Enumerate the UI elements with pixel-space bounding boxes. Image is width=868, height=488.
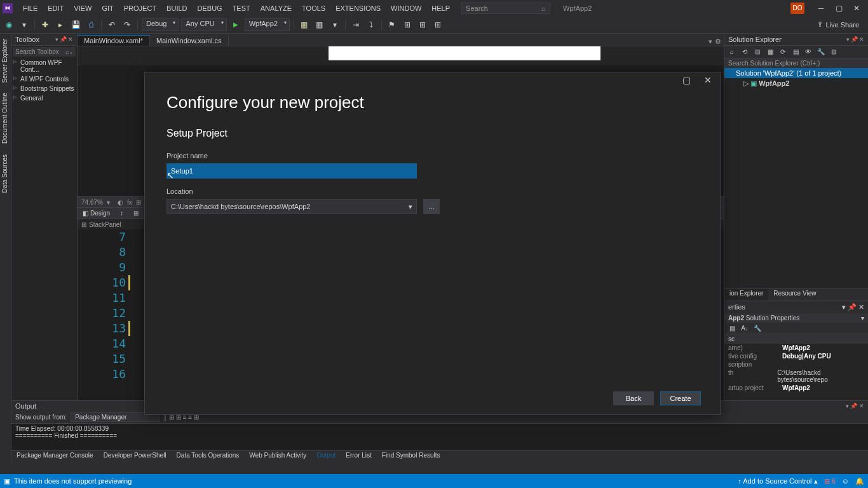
tab-dev-powershell[interactable]: Developer PowerShell <box>98 451 172 463</box>
menu-file[interactable]: FILE <box>18 4 43 12</box>
zoom-level[interactable]: 74.67% <box>81 199 103 206</box>
solution-explorer-tab[interactable]: ion Explorer <box>724 288 768 301</box>
properties-page-icon[interactable]: 🔧 <box>752 323 763 334</box>
collapse-icon[interactable]: ⊟ <box>752 47 763 57</box>
tab-pkg-console[interactable]: Package Manager Console <box>11 451 98 463</box>
project-name-input[interactable] <box>166 163 417 179</box>
designer-btn-3[interactable]: ⊞ <box>136 199 141 206</box>
tab-mainwindow-cs[interactable]: MainWindow.xaml.cs <box>150 36 229 46</box>
pin-icon[interactable]: 📌 <box>850 403 857 409</box>
redo-icon[interactable]: ↷ <box>121 18 133 31</box>
toolbar-icon-3[interactable]: ▾ <box>329 18 341 31</box>
window-maximize-button[interactable]: ▢ <box>830 3 848 14</box>
prop-row-startup[interactable]: artup projectWpfApp2 <box>724 384 868 392</box>
prop-row-path[interactable]: thC:\Users\hackd bytes\source\repo <box>724 369 868 384</box>
toolbar-icon-6[interactable]: ⊞ <box>431 18 444 31</box>
close-icon[interactable]: ✕ <box>859 36 864 43</box>
bell-icon[interactable]: 🔔 <box>855 477 864 485</box>
save-all-icon[interactable]: ⎙ <box>85 18 97 31</box>
properties-subject[interactable]: App2 Solution Properties ▾ <box>724 313 868 323</box>
add-source-control-button[interactable]: ↑ Add to Source Control ▴ <box>738 477 817 485</box>
nav-back-icon[interactable]: ◉ <box>3 18 15 31</box>
menu-project[interactable]: PROJECT <box>119 4 161 12</box>
solution-project-node[interactable]: ▷ ▣ WpfApp2 <box>724 78 868 89</box>
close-icon[interactable]: ✕ <box>858 303 864 311</box>
home-icon[interactable]: ⌂ <box>727 47 737 57</box>
location-dropdown[interactable]: C:\Users\hackd bytes\source\repos\WpfApp… <box>166 199 417 214</box>
toolbar-icon-4[interactable]: ⊞ <box>401 18 414 31</box>
close-icon[interactable]: ✕ <box>68 36 73 43</box>
nav-forward-icon[interactable]: ▾ <box>18 18 31 31</box>
menu-help[interactable]: HELP <box>426 4 455 12</box>
pin-icon[interactable]: 📌 <box>60 36 67 43</box>
xaml-tab-btn[interactable]: ⊞ <box>128 210 144 217</box>
user-avatar[interactable]: DO <box>790 3 804 14</box>
create-button[interactable]: Create <box>660 391 701 405</box>
refresh-icon[interactable]: ⟳ <box>778 47 788 57</box>
toolbox-item-common-wpf[interactable]: Common WPF Cont... <box>11 58 77 74</box>
menu-git[interactable]: GIT <box>97 4 118 12</box>
window-minimize-button[interactable]: ─ <box>812 3 830 14</box>
pin-icon[interactable]: 📌 <box>848 303 857 311</box>
tab-error-list[interactable]: Error List <box>341 451 377 463</box>
preview-icon[interactable]: 👁 <box>803 47 813 57</box>
menu-test[interactable]: TEST <box>227 4 255 12</box>
dropdown-icon[interactable]: ▾ <box>846 403 849 409</box>
designer-btn-1[interactable]: ◐ <box>118 199 123 206</box>
step-over-icon[interactable]: ⤵ <box>365 18 377 31</box>
menu-window[interactable]: WINDOW <box>386 4 426 12</box>
tab-data-tools[interactable]: Data Tools Operations <box>172 451 245 463</box>
designer-form-preview[interactable] <box>329 46 600 60</box>
toolbar-icon-1[interactable]: ▦ <box>298 18 311 31</box>
dialog-close-button[interactable]: ✕ <box>698 74 717 86</box>
prop-row-description[interactable]: scription <box>724 360 868 369</box>
alphabetize-icon[interactable]: A↓ <box>740 323 750 334</box>
config-dropdown[interactable]: Debug <box>142 18 179 31</box>
toolbox-search-input[interactable]: Search Toolbox ⌕▾ <box>13 47 76 57</box>
dialog-maximize-button[interactable]: ▢ <box>677 74 696 86</box>
toolbox-item-bootstrap[interactable]: Bootstrap Snippets <box>11 84 77 93</box>
gear-icon[interactable]: ⚙ <box>715 37 721 46</box>
solution-search-input[interactable]: Search Solution Explorer (Ctrl+;) <box>724 58 868 68</box>
dropdown-icon[interactable]: ▾ <box>861 315 864 322</box>
tab-web-publish[interactable]: Web Publish Activity <box>244 451 311 463</box>
window-close-button[interactable]: ✕ <box>848 3 865 14</box>
document-outline-tab[interactable]: Document Outline <box>0 88 11 149</box>
toolbar-more-icon[interactable]: ⊟ <box>829 47 839 57</box>
close-icon[interactable]: ✕ <box>859 403 864 409</box>
pin-icon[interactable]: 📌 <box>851 36 858 43</box>
wrench-icon[interactable]: 🔧 <box>816 47 826 57</box>
save-icon[interactable]: 💾 <box>69 18 82 31</box>
swap-panes-button[interactable]: ↕ <box>115 210 128 217</box>
tab-find-symbol[interactable]: Find Symbol Results <box>377 451 445 463</box>
menu-edit[interactable]: EDIT <box>43 4 69 12</box>
start-target-dropdown[interactable]: WpfApp2 <box>245 18 290 31</box>
undo-icon[interactable]: ↶ <box>105 18 118 31</box>
platform-dropdown[interactable]: Any CPU <box>181 18 226 31</box>
prop-row-name[interactable]: ame)WpfApp2 <box>724 344 868 352</box>
feedback-icon[interactable]: ☺ <box>842 477 849 485</box>
menu-debug[interactable]: DEBUG <box>193 4 227 12</box>
menu-build[interactable]: BUILD <box>161 4 192 12</box>
step-into-icon[interactable]: ⇥ <box>349 18 362 31</box>
dropdown-icon[interactable]: ▾ <box>55 36 58 43</box>
design-tab[interactable]: ◧Design <box>78 210 115 217</box>
global-search-input[interactable]: Search ⌕ <box>461 3 550 14</box>
menu-tools[interactable]: TOOLS <box>297 4 330 12</box>
categorize-icon[interactable]: ▤ <box>727 323 737 334</box>
toolbar-icon-5[interactable]: ⊞ <box>416 18 429 31</box>
solution-root-node[interactable]: Solution 'WpfApp2' (1 of 1 project) <box>724 68 868 78</box>
flag-icon[interactable]: ⚑ <box>386 18 398 31</box>
toolbox-item-all-wpf[interactable]: All WPF Controls <box>11 74 77 84</box>
dropdown-icon[interactable]: ▾ <box>846 36 850 43</box>
data-sources-tab[interactable]: Data Sources <box>0 149 11 198</box>
dropdown-icon[interactable]: ▾ <box>842 303 846 311</box>
toolbox-item-general[interactable]: General <box>11 93 77 103</box>
property-category[interactable]: sc <box>724 334 868 344</box>
back-button[interactable]: Back <box>613 391 654 405</box>
start-debug-icon[interactable]: ▶ <box>229 18 242 31</box>
output-content[interactable]: Time Elapsed: 00:00:00.8558339 =========… <box>11 424 868 450</box>
xaml-designer-surface[interactable] <box>78 46 724 65</box>
sync-icon[interactable]: ⟲ <box>740 47 750 57</box>
properties-icon[interactable]: ▤ <box>790 47 801 57</box>
